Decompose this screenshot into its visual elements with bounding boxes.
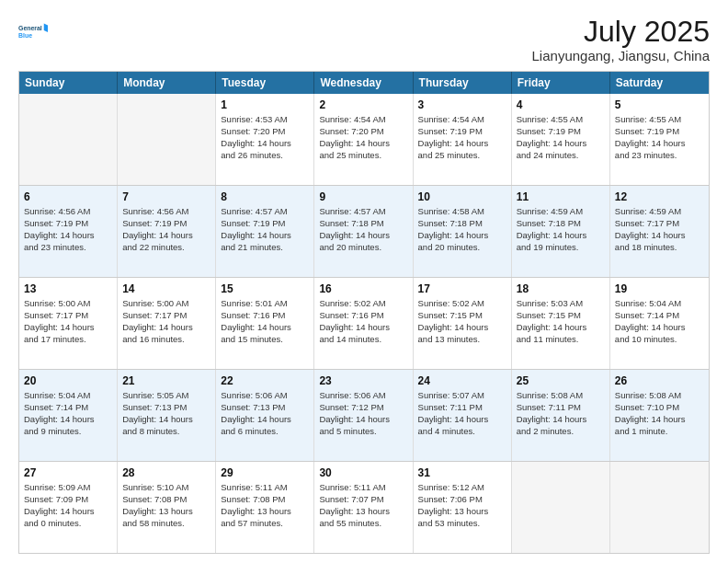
day-info: Sunrise: 5:05 AM Sunset: 7:13 PM Dayligh… <box>122 390 193 435</box>
calendar-cell-empty <box>610 462 709 553</box>
day-info: Sunrise: 5:01 AM Sunset: 7:16 PM Dayligh… <box>221 298 291 343</box>
day-info: Sunrise: 5:03 AM Sunset: 7:15 PM Dayligh… <box>517 298 587 343</box>
day-number: 15 <box>221 282 309 296</box>
calendar-cell-day-28: 28Sunrise: 5:10 AM Sunset: 7:08 PM Dayli… <box>118 462 216 553</box>
calendar-cell-empty <box>512 462 610 553</box>
day-number: 17 <box>418 282 506 296</box>
day-number: 2 <box>319 98 407 112</box>
day-number: 21 <box>122 373 210 388</box>
day-info: Sunrise: 5:08 AM Sunset: 7:11 PM Dayligh… <box>517 390 587 435</box>
day-number: 10 <box>418 190 506 204</box>
calendar-cell-day-31: 31Sunrise: 5:12 AM Sunset: 7:06 PM Dayli… <box>414 462 512 553</box>
day-info: Sunrise: 5:06 AM Sunset: 7:13 PM Dayligh… <box>221 390 291 435</box>
day-info: Sunrise: 5:09 AM Sunset: 7:09 PM Dayligh… <box>24 482 95 527</box>
calendar-cell-day-24: 24Sunrise: 5:07 AM Sunset: 7:11 PM Dayli… <box>414 370 512 461</box>
page: General Blue July 2025 Lianyungang, Jian… <box>0 0 728 563</box>
day-number: 30 <box>319 465 407 480</box>
day-info: Sunrise: 5:04 AM Sunset: 7:14 PM Dayligh… <box>615 298 686 343</box>
day-info: Sunrise: 5:02 AM Sunset: 7:16 PM Dayligh… <box>319 298 390 343</box>
calendar-cell-empty <box>118 94 216 185</box>
day-info: Sunrise: 5:00 AM Sunset: 7:17 PM Dayligh… <box>24 298 95 343</box>
calendar-cell-day-23: 23Sunrise: 5:06 AM Sunset: 7:12 PM Dayli… <box>314 370 413 461</box>
calendar-cell-empty <box>19 94 118 185</box>
calendar-cell-day-19: 19Sunrise: 5:04 AM Sunset: 7:14 PM Dayli… <box>610 278 709 369</box>
day-info: Sunrise: 4:56 AM Sunset: 7:19 PM Dayligh… <box>24 206 95 251</box>
calendar-row-1: 1Sunrise: 4:53 AM Sunset: 7:20 PM Daylig… <box>19 94 709 185</box>
calendar-cell-day-12: 12Sunrise: 4:59 AM Sunset: 7:17 PM Dayli… <box>610 186 709 277</box>
calendar-cell-day-27: 27Sunrise: 5:09 AM Sunset: 7:09 PM Dayli… <box>19 462 118 553</box>
calendar-cell-day-6: 6Sunrise: 4:56 AM Sunset: 7:19 PM Daylig… <box>19 186 118 277</box>
calendar-row-3: 13Sunrise: 5:00 AM Sunset: 7:17 PM Dayli… <box>19 277 709 369</box>
day-info: Sunrise: 4:55 AM Sunset: 7:19 PM Dayligh… <box>517 114 587 159</box>
header: General Blue July 2025 Lianyungang, Jian… <box>18 17 710 63</box>
location: Lianyungang, Jiangsu, China <box>532 48 710 63</box>
svg-text:General: General <box>18 25 42 31</box>
day-number: 8 <box>221 190 309 204</box>
calendar-cell-day-18: 18Sunrise: 5:03 AM Sunset: 7:15 PM Dayli… <box>512 278 610 369</box>
calendar-cell-day-29: 29Sunrise: 5:11 AM Sunset: 7:08 PM Dayli… <box>216 462 314 553</box>
day-number: 26 <box>615 373 704 388</box>
day-number: 4 <box>517 98 605 112</box>
day-number: 16 <box>319 282 407 296</box>
calendar-cell-day-10: 10Sunrise: 4:58 AM Sunset: 7:18 PM Dayli… <box>414 186 512 277</box>
day-info: Sunrise: 4:57 AM Sunset: 7:19 PM Dayligh… <box>221 206 291 251</box>
calendar-row-5: 27Sunrise: 5:09 AM Sunset: 7:09 PM Dayli… <box>19 461 709 553</box>
day-number: 31 <box>418 465 506 480</box>
day-info: Sunrise: 5:12 AM Sunset: 7:06 PM Dayligh… <box>418 482 489 527</box>
calendar-cell-day-7: 7Sunrise: 4:56 AM Sunset: 7:19 PM Daylig… <box>118 186 216 277</box>
calendar-cell-day-25: 25Sunrise: 5:08 AM Sunset: 7:11 PM Dayli… <box>512 370 610 461</box>
calendar-body: 1Sunrise: 4:53 AM Sunset: 7:20 PM Daylig… <box>19 94 709 553</box>
day-number: 24 <box>418 373 506 388</box>
day-info: Sunrise: 4:54 AM Sunset: 7:19 PM Dayligh… <box>418 114 489 159</box>
calendar-cell-day-2: 2Sunrise: 4:54 AM Sunset: 7:20 PM Daylig… <box>314 94 413 185</box>
day-info: Sunrise: 4:59 AM Sunset: 7:18 PM Dayligh… <box>517 206 587 251</box>
day-header-tuesday: Tuesday <box>216 72 314 94</box>
day-info: Sunrise: 5:11 AM Sunset: 7:08 PM Dayligh… <box>221 482 291 527</box>
day-header-monday: Monday <box>118 72 216 94</box>
day-number: 14 <box>122 282 210 296</box>
calendar-cell-day-20: 20Sunrise: 5:04 AM Sunset: 7:14 PM Dayli… <box>19 370 118 461</box>
calendar-cell-day-22: 22Sunrise: 5:06 AM Sunset: 7:13 PM Dayli… <box>216 370 314 461</box>
day-number: 27 <box>24 465 112 480</box>
day-info: Sunrise: 4:59 AM Sunset: 7:17 PM Dayligh… <box>615 206 686 251</box>
day-number: 22 <box>221 373 309 388</box>
day-number: 18 <box>517 282 605 296</box>
calendar-cell-day-11: 11Sunrise: 4:59 AM Sunset: 7:18 PM Dayli… <box>512 186 610 277</box>
day-header-saturday: Saturday <box>610 72 709 94</box>
calendar-cell-day-3: 3Sunrise: 4:54 AM Sunset: 7:19 PM Daylig… <box>414 94 512 185</box>
calendar: SundayMondayTuesdayWednesdayThursdayFrid… <box>18 71 710 554</box>
day-number: 23 <box>319 373 407 388</box>
calendar-cell-day-1: 1Sunrise: 4:53 AM Sunset: 7:20 PM Daylig… <box>216 94 314 185</box>
generalblue-logo-icon: General Blue <box>18 17 48 46</box>
day-info: Sunrise: 4:53 AM Sunset: 7:20 PM Dayligh… <box>221 114 291 159</box>
day-number: 9 <box>319 190 407 204</box>
day-info: Sunrise: 5:04 AM Sunset: 7:14 PM Dayligh… <box>24 390 95 435</box>
day-header-sunday: Sunday <box>19 72 118 94</box>
day-header-thursday: Thursday <box>414 72 512 94</box>
day-number: 13 <box>24 282 112 296</box>
calendar-row-4: 20Sunrise: 5:04 AM Sunset: 7:14 PM Dayli… <box>19 369 709 461</box>
logo: General Blue <box>18 17 48 46</box>
day-number: 20 <box>24 373 112 388</box>
day-number: 5 <box>615 98 704 112</box>
calendar-cell-day-16: 16Sunrise: 5:02 AM Sunset: 7:16 PM Dayli… <box>314 278 413 369</box>
day-info: Sunrise: 4:55 AM Sunset: 7:19 PM Dayligh… <box>615 114 686 159</box>
day-number: 3 <box>418 98 506 112</box>
calendar-cell-day-15: 15Sunrise: 5:01 AM Sunset: 7:16 PM Dayli… <box>216 278 314 369</box>
calendar-cell-day-8: 8Sunrise: 4:57 AM Sunset: 7:19 PM Daylig… <box>216 186 314 277</box>
title-block: July 2025 Lianyungang, Jiangsu, China <box>532 17 710 63</box>
day-number: 7 <box>122 190 210 204</box>
day-info: Sunrise: 4:54 AM Sunset: 7:20 PM Dayligh… <box>319 114 390 159</box>
day-number: 12 <box>615 190 704 204</box>
day-number: 19 <box>615 282 704 296</box>
day-info: Sunrise: 5:07 AM Sunset: 7:11 PM Dayligh… <box>418 390 489 435</box>
calendar-header: SundayMondayTuesdayWednesdayThursdayFrid… <box>19 72 709 94</box>
day-info: Sunrise: 4:58 AM Sunset: 7:18 PM Dayligh… <box>418 206 489 251</box>
calendar-row-2: 6Sunrise: 4:56 AM Sunset: 7:19 PM Daylig… <box>19 185 709 277</box>
day-number: 28 <box>122 465 210 480</box>
day-info: Sunrise: 4:56 AM Sunset: 7:19 PM Dayligh… <box>122 206 193 251</box>
day-info: Sunrise: 5:02 AM Sunset: 7:15 PM Dayligh… <box>418 298 489 343</box>
calendar-cell-day-5: 5Sunrise: 4:55 AM Sunset: 7:19 PM Daylig… <box>610 94 709 185</box>
day-number: 6 <box>24 190 112 204</box>
svg-text:Blue: Blue <box>18 32 32 39</box>
